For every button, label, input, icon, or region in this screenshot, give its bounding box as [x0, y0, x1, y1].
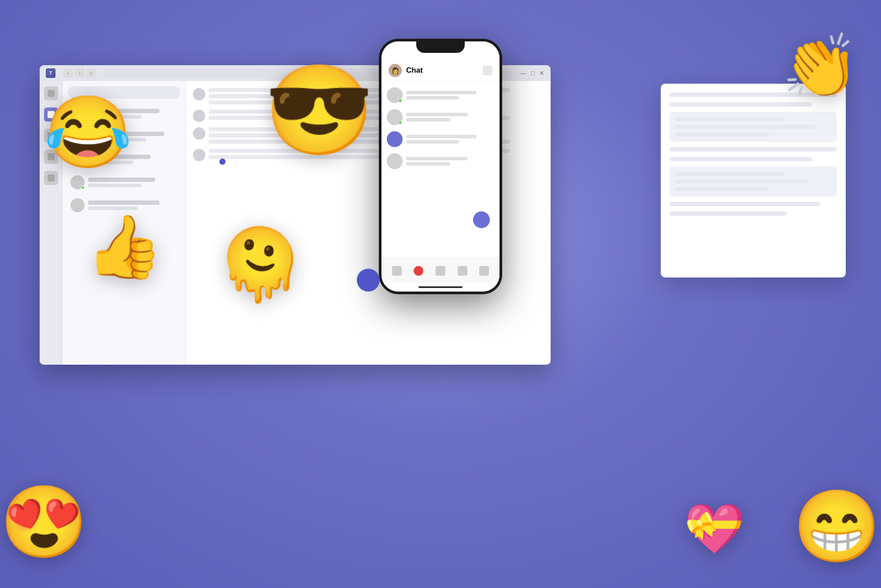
- teams-app-icon: T: [46, 68, 56, 78]
- list-item[interactable]: [385, 107, 496, 127]
- name-line: [406, 157, 468, 160]
- close-button[interactable]: ✕: [539, 70, 544, 77]
- window-controls: — □ ✕: [521, 70, 544, 77]
- card-line: [675, 187, 769, 191]
- avatar: [387, 87, 403, 103]
- online-dot: [398, 99, 402, 103]
- name-line: [406, 91, 477, 94]
- chat-preview-bar: [88, 184, 142, 187]
- preview-line: [406, 140, 459, 144]
- love-eyes-emoji: 😍: [0, 487, 88, 557]
- card-line: [675, 172, 785, 176]
- tab-messages-icon[interactable]: [392, 266, 402, 276]
- calls-icon: [48, 174, 55, 181]
- small-dot-indicator: [219, 159, 226, 165]
- preview-line: [406, 118, 450, 122]
- maximize-button[interactable]: □: [531, 70, 535, 77]
- home-bar: [418, 286, 463, 288]
- chat-info: [406, 157, 494, 166]
- home-indicator: [381, 283, 500, 292]
- cool-sunglasses-emoji: 😎: [264, 66, 374, 154]
- melting-face-emoji: 🫠: [216, 229, 304, 300]
- phone-app-header: 👩 Chat: [381, 59, 500, 82]
- sidebar-item-calls[interactable]: [44, 171, 58, 185]
- chat-name-bar: [88, 200, 159, 205]
- chat-name-bar: [88, 178, 155, 182]
- chat-info: [406, 135, 494, 144]
- titlebar-nav-buttons: ‹ › □: [63, 68, 96, 78]
- avatar: [193, 149, 205, 161]
- card-line: [675, 179, 808, 184]
- avatar: [387, 131, 403, 147]
- user-avatar: 👩: [389, 64, 402, 77]
- avatar: [193, 88, 205, 100]
- card-line: [670, 211, 787, 216]
- chat-info: [88, 200, 178, 210]
- name-line: [406, 135, 477, 138]
- avatar: [70, 198, 85, 212]
- phone-notch-area: [381, 41, 500, 59]
- avatar: [193, 127, 205, 140]
- grinning-emoji: 😁: [793, 491, 881, 562]
- card-line: [675, 117, 785, 122]
- clapping-hands-emoji: 👏: [782, 35, 859, 97]
- tab-more-icon[interactable]: [458, 266, 467, 276]
- phone-notch: [416, 41, 465, 53]
- nav-expand-button[interactable]: □: [86, 68, 96, 78]
- heart-gift-emoji: 💝: [684, 504, 744, 553]
- phone-bottom-nav: [381, 258, 500, 283]
- card-block: [670, 166, 837, 196]
- nav-back-button[interactable]: ‹: [63, 68, 73, 78]
- laugh-crying-emoji: 😂: [44, 97, 132, 167]
- tab-chat-active-icon[interactable]: [414, 266, 423, 276]
- thumbs-up-emoji: 👍: [86, 216, 163, 277]
- card-block: [670, 112, 837, 142]
- fab-button[interactable]: [473, 211, 490, 228]
- floating-bubble: [357, 269, 380, 292]
- secondary-card: [661, 84, 846, 277]
- list-item[interactable]: [385, 85, 496, 105]
- name-line: [406, 113, 468, 116]
- tab-teams-icon[interactable]: [436, 266, 445, 276]
- online-dot: [398, 121, 402, 125]
- online-indicator: [81, 186, 85, 189]
- nav-forward-button[interactable]: ›: [75, 68, 85, 78]
- card-line: [670, 102, 812, 107]
- list-item[interactable]: [68, 173, 180, 192]
- list-item[interactable]: [385, 129, 496, 149]
- phone-device: 👩 Chat: [379, 39, 502, 294]
- card-line: [670, 147, 837, 152]
- avatar: [387, 109, 403, 125]
- avatar: [193, 110, 205, 122]
- list-item[interactable]: [385, 152, 496, 171]
- chat-info: [88, 178, 178, 187]
- chat-info: [406, 91, 494, 100]
- chat-preview-bar: [88, 207, 137, 210]
- chat-info: [406, 113, 494, 122]
- phone-chat-list: [381, 82, 500, 258]
- minimize-button[interactable]: —: [521, 70, 527, 77]
- phone-screen: 👩 Chat: [381, 41, 500, 292]
- tab-extra-icon[interactable]: [479, 266, 489, 276]
- page-title: Chat: [406, 66, 478, 75]
- preview-line: [406, 96, 459, 100]
- card-line: [675, 125, 816, 129]
- preview-line: [406, 162, 450, 166]
- menu-button[interactable]: [483, 66, 492, 75]
- avatar: [387, 153, 403, 169]
- avatar: [70, 175, 85, 189]
- card-line: [670, 157, 812, 161]
- card-line: [670, 202, 820, 206]
- card-line: [675, 132, 769, 137]
